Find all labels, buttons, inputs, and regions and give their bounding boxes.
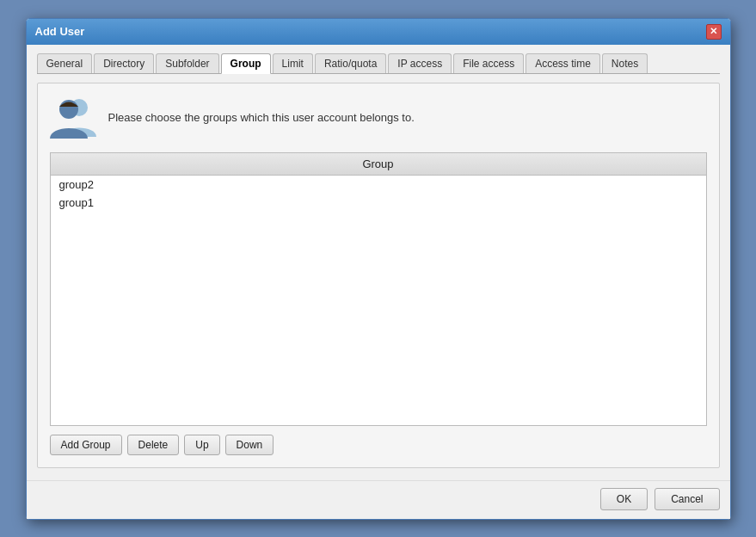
add-user-dialog: Add User ✕ GeneralDirectorySubfolderGrou… — [26, 18, 731, 520]
tab-limit[interactable]: Limit — [273, 53, 313, 73]
info-text: Please choose the groups which this user… — [108, 111, 415, 124]
ok-button[interactable]: OK — [600, 488, 648, 510]
content-panel: Please choose the groups which this user… — [37, 83, 720, 468]
title-bar: Add User ✕ — [27, 19, 730, 45]
group-icon — [50, 96, 98, 140]
tab-group[interactable]: Group — [221, 53, 271, 74]
down-button[interactable]: Down — [225, 435, 274, 455]
delete-button[interactable]: Delete — [127, 435, 180, 455]
cancel-button[interactable]: Cancel — [655, 488, 719, 510]
group-column-header: Group — [51, 153, 706, 176]
tab-bar: GeneralDirectorySubfolderGroupLimitRatio… — [37, 53, 720, 74]
info-row: Please choose the groups which this user… — [50, 96, 707, 140]
tab-ip-access[interactable]: IP access — [388, 53, 452, 73]
dialog-footer: OK Cancel — [27, 480, 730, 519]
tab-directory[interactable]: Directory — [94, 53, 154, 73]
up-button[interactable]: Up — [184, 435, 219, 455]
tab-subfolder[interactable]: Subfolder — [156, 53, 218, 73]
action-buttons: Add Group Delete Up Down — [50, 435, 707, 455]
dialog-title: Add User — [35, 25, 85, 38]
group-table-body[interactable]: group2group1 — [51, 176, 706, 425]
group-row[interactable]: group2 — [51, 176, 706, 194]
group-row[interactable]: group1 — [51, 194, 706, 212]
tab-general[interactable]: General — [37, 53, 93, 73]
group-table: Group group2group1 — [50, 152, 707, 426]
tab-ratio-quota[interactable]: Ratio/quota — [315, 53, 386, 73]
tab-access-time[interactable]: Access time — [526, 53, 600, 73]
tab-file-access[interactable]: File access — [453, 53, 524, 73]
dialog-body: GeneralDirectorySubfolderGroupLimitRatio… — [27, 45, 730, 480]
add-group-button[interactable]: Add Group — [50, 435, 122, 455]
tab-notes[interactable]: Notes — [602, 53, 648, 73]
close-button[interactable]: ✕ — [706, 24, 722, 40]
